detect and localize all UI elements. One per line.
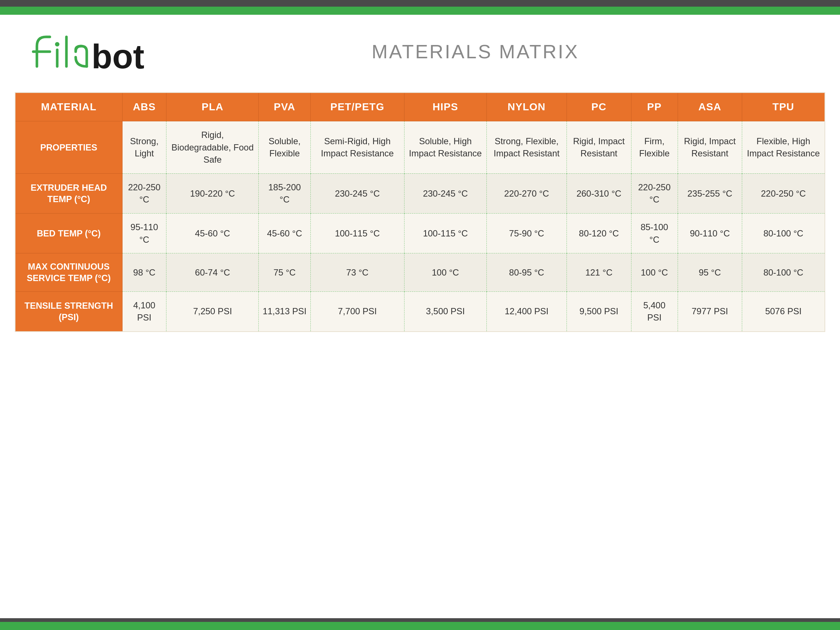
cell-nylon-properties: Strong, Flexible, Impact Resistant	[486, 121, 567, 174]
cell-tpu-bed: 80-100 °C	[742, 213, 825, 253]
cell-tpu-tensile: 5076 PSI	[742, 291, 825, 332]
cell-pla-properties: Rigid, Biodegradable, Food Safe	[166, 121, 259, 174]
table-container: MATERIAL ABS PLA PVA PET/PETG HIPS NYLON…	[0, 85, 840, 339]
cell-petg-extruder: 230-245 °C	[310, 173, 404, 213]
table-row: BED TEMP (°C) 95-110 °C 45-60 °C 45-60 °…	[15, 213, 825, 253]
cell-pp-bed: 85-100 °C	[631, 213, 677, 253]
cell-pla-extruder: 190-220 °C	[166, 173, 259, 213]
col-header-pla: PLA	[166, 93, 259, 121]
cell-pc-extruder: 260-310 °C	[567, 173, 631, 213]
svg-text:bot: bot	[92, 38, 144, 74]
cell-pla-tensile: 7,250 PSI	[166, 291, 259, 332]
table-row: EXTRUDER HEAD TEMP (°C) 220-250 °C 190-2…	[15, 173, 825, 213]
cell-nylon-extruder: 220-270 °C	[486, 173, 567, 213]
cell-hips-service: 100 °C	[404, 254, 486, 291]
cell-abs-properties: Strong, Light	[122, 121, 166, 174]
cell-abs-bed: 95-110 °C	[122, 213, 166, 253]
cell-hips-properties: Soluble, High Impact Resistance	[404, 121, 486, 174]
logo-area: bot	[30, 30, 170, 74]
cell-asa-extruder: 235-255 °C	[677, 173, 742, 213]
cell-pva-bed: 45-60 °C	[259, 213, 310, 253]
top-bar	[0, 0, 840, 6]
cell-asa-properties: Rigid, Impact Resistant	[677, 121, 742, 174]
cell-pva-extruder: 185-200 °C	[259, 173, 310, 213]
cell-hips-extruder: 230-245 °C	[404, 173, 486, 213]
col-header-nylon: NYLON	[486, 93, 567, 121]
materials-table: MATERIAL ABS PLA PVA PET/PETG HIPS NYLON…	[15, 92, 825, 332]
cell-petg-tensile: 7,700 PSI	[310, 291, 404, 332]
cell-petg-properties: Semi-Rigid, High Impact Resistance	[310, 121, 404, 174]
cell-abs-tensile: 4,100 PSI	[122, 291, 166, 332]
cell-hips-bed: 100-115 °C	[404, 213, 486, 253]
cell-tpu-properties: Flexible, High Impact Resistance	[742, 121, 825, 174]
cell-pc-service: 121 °C	[567, 254, 631, 291]
cell-pc-properties: Rigid, Impact Resistant	[567, 121, 631, 174]
svg-point-0	[55, 42, 59, 46]
col-header-tpu: TPU	[742, 93, 825, 121]
green-stripe-top	[0, 6, 840, 15]
col-header-pc: PC	[567, 93, 631, 121]
cell-pla-service: 60-74 °C	[166, 254, 259, 291]
table-row: MAX CONTINUOUS SERVICE TEMP (°C) 98 °C 6…	[15, 254, 825, 291]
cell-abs-extruder: 220-250 °C	[122, 173, 166, 213]
cell-nylon-service: 80-95 °C	[486, 254, 567, 291]
col-header-petg: PET/PETG	[310, 93, 404, 121]
row-label-service-temp: MAX CONTINUOUS SERVICE TEMP (°C)	[15, 254, 122, 291]
cell-tpu-service: 80-100 °C	[742, 254, 825, 291]
col-header-material: MATERIAL	[15, 93, 122, 121]
cell-pva-properties: Soluble, Flexible	[259, 121, 310, 174]
cell-pva-tensile: 11,313 PSI	[259, 291, 310, 332]
filabot-logo: bot	[30, 30, 170, 74]
cell-pp-properties: Firm, Flexible	[631, 121, 677, 174]
cell-pva-service: 75 °C	[259, 254, 310, 291]
cell-petg-bed: 100-115 °C	[310, 213, 404, 253]
cell-pp-tensile: 5,400 PSI	[631, 291, 677, 332]
col-header-pva: PVA	[259, 93, 310, 121]
cell-pp-extruder: 220-250 °C	[631, 173, 677, 213]
cell-tpu-extruder: 220-250 °C	[742, 173, 825, 213]
col-header-abs: ABS	[122, 93, 166, 121]
header-title-area: MATERIALS MATRIX	[170, 41, 810, 63]
row-label-properties: PROPERTIES	[15, 121, 122, 174]
cell-pc-tensile: 9,500 PSI	[567, 291, 631, 332]
header: bot MATERIALS MATRIX	[0, 15, 840, 85]
col-header-pp: PP	[631, 93, 677, 121]
cell-pp-service: 100 °C	[631, 254, 677, 291]
table-row: PROPERTIES Strong, Light Rigid, Biodegra…	[15, 121, 825, 174]
cell-pc-bed: 80-120 °C	[567, 213, 631, 253]
cell-petg-service: 73 °C	[310, 254, 404, 291]
col-header-hips: HIPS	[404, 93, 486, 121]
table-row: TENSILE STRENGTH (PSI) 4,100 PSI 7,250 P…	[15, 291, 825, 332]
page-title: MATERIALS MATRIX	[372, 41, 579, 63]
cell-asa-tensile: 7977 PSI	[677, 291, 742, 332]
cell-asa-bed: 90-110 °C	[677, 213, 742, 253]
row-label-bed-temp: BED TEMP (°C)	[15, 213, 122, 253]
row-label-extruder-temp: EXTRUDER HEAD TEMP (°C)	[15, 173, 122, 213]
cell-hips-tensile: 3,500 PSI	[404, 291, 486, 332]
bottom-green-bar	[0, 622, 840, 630]
col-header-asa: ASA	[677, 93, 742, 121]
row-label-tensile: TENSILE STRENGTH (PSI)	[15, 291, 122, 332]
cell-abs-service: 98 °C	[122, 254, 166, 291]
cell-asa-service: 95 °C	[677, 254, 742, 291]
cell-pla-bed: 45-60 °C	[166, 213, 259, 253]
bottom-dark-bar	[0, 618, 840, 622]
table-header-row: MATERIAL ABS PLA PVA PET/PETG HIPS NYLON…	[15, 93, 825, 121]
cell-nylon-tensile: 12,400 PSI	[486, 291, 567, 332]
cell-nylon-bed: 75-90 °C	[486, 213, 567, 253]
